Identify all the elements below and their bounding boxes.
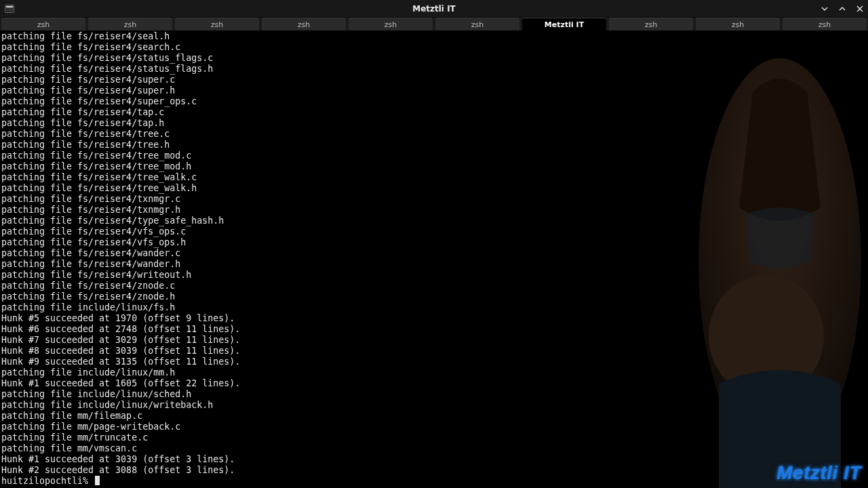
close-button[interactable]: [854, 3, 865, 14]
terminal-line: patching file fs/reiser4/znode.c: [1, 281, 867, 291]
terminal-prompt: huitzilopochtli%: [1, 476, 94, 486]
terminal-line: patching file fs/reiser4/type_safe_hash.…: [1, 216, 867, 226]
terminal-line: patching file fs/reiser4/writeout.h: [1, 270, 867, 281]
terminal-line: patching file fs/reiser4/tree_walk.h: [1, 183, 867, 194]
terminal-line: patching file fs/reiser4/status_flags.c: [1, 53, 867, 64]
terminal-line: patching file mm/page-writeback.c: [1, 422, 867, 432]
terminal-line: patching file include/linux/fs.h: [1, 302, 867, 313]
terminal-line: Hunk #1 succeeded at 3039 (offset 3 line…: [1, 454, 867, 465]
tab-zsh[interactable]: zsh: [435, 18, 519, 30]
titlebar: Metztli IT: [0, 0, 868, 18]
terminal-line: patching file fs/reiser4/znode.h: [1, 291, 867, 302]
terminal-line: Hunk #1 succeeded at 1605 (offset 22 lin…: [1, 378, 867, 389]
terminal-line: patching file fs/reiser4/vfs_ops.c: [1, 226, 867, 237]
terminal-line: patching file mm/vmscan.c: [1, 443, 867, 454]
terminal-line: patching file fs/reiser4/txnmgr.h: [1, 205, 867, 216]
terminal-cursor: [95, 476, 100, 485]
terminal-line: patching file fs/reiser4/tap.c: [1, 107, 867, 118]
terminal-line: patching file fs/reiser4/status_flags.h: [1, 64, 867, 75]
terminal-line: Hunk #7 succeeded at 3029 (offset 11 lin…: [1, 335, 867, 346]
terminal-line: Hunk #2 succeeded at 3088 (offset 3 line…: [1, 465, 867, 476]
tab-zsh[interactable]: zsh: [175, 18, 259, 30]
tab-label: zsh: [732, 20, 744, 29]
terminal-line: patching file fs/reiser4/vfs_ops.h: [1, 237, 867, 248]
tab-active[interactable]: Metztli IT: [522, 18, 606, 30]
terminal-line: patching file fs/reiser4/tree_mod.c: [1, 150, 867, 161]
svg-rect-1: [6, 5, 13, 7]
window-controls: [819, 0, 865, 18]
terminal-app-icon: [4, 4, 15, 14]
terminal-line: patching file include/linux/mm.h: [1, 367, 867, 378]
tab-label: zsh: [211, 20, 223, 29]
terminal-output[interactable]: patching file fs/reiser4/seal.hpatching …: [0, 31, 868, 488]
terminal-line: patching file fs/reiser4/search.c: [1, 42, 867, 53]
terminal-line: Hunk #6 succeeded at 2748 (offset 11 lin…: [1, 324, 867, 335]
terminal-prompt-line[interactable]: huitzilopochtli%: [1, 476, 867, 487]
terminal-line: patching file mm/filemap.c: [1, 411, 867, 422]
tab-zsh[interactable]: zsh: [349, 18, 433, 30]
terminal-line: patching file fs/reiser4/super_ops.c: [1, 96, 867, 107]
tab-label: zsh: [124, 20, 136, 29]
terminal-line: patching file fs/reiser4/tree.c: [1, 129, 867, 140]
terminal-line: patching file include/linux/sched.h: [1, 389, 867, 400]
tab-label: zsh: [818, 20, 831, 29]
terminal-line: patching file fs/reiser4/txnmgr.c: [1, 194, 867, 205]
terminal-line: patching file fs/reiser4/tree_walk.c: [1, 172, 867, 183]
minimize-button[interactable]: [819, 3, 830, 14]
terminal-line: patching file fs/reiser4/tap.h: [1, 118, 867, 129]
tab-label: zsh: [298, 20, 310, 29]
terminal-line: patching file fs/reiser4/tree_mod.h: [1, 161, 867, 172]
tab-zsh[interactable]: zsh: [1, 18, 85, 30]
terminal-line: Hunk #9 succeeded at 3135 (offset 11 lin…: [1, 357, 867, 367]
tab-zsh[interactable]: zsh: [783, 18, 867, 30]
terminal-line: patching file fs/reiser4/super.h: [1, 85, 867, 96]
tab-zsh[interactable]: zsh: [609, 18, 693, 30]
tabstrip: zshzshzshzshzshzshMetztli ITzshzshzsh: [0, 18, 868, 31]
tab-label: zsh: [37, 20, 50, 29]
svg-rect-2: [6, 8, 13, 12]
terminal-line: Hunk #8 succeeded at 3039 (offset 11 lin…: [1, 346, 867, 357]
maximize-button[interactable]: [837, 3, 848, 14]
tab-zsh[interactable]: zsh: [88, 18, 172, 30]
terminal-line: patching file fs/reiser4/tree.h: [1, 140, 867, 150]
tab-label: zsh: [471, 20, 484, 29]
tab-zsh[interactable]: zsh: [696, 18, 780, 30]
terminal-line: patching file fs/reiser4/seal.h: [1, 31, 867, 42]
terminal-line: patching file fs/reiser4/wander.c: [1, 248, 867, 259]
tab-label: zsh: [384, 20, 397, 29]
terminal-line: Hunk #5 succeeded at 1970 (offset 9 line…: [1, 313, 867, 324]
tab-label: Metztli IT: [545, 20, 584, 29]
window-title: Metztli IT: [412, 4, 456, 14]
terminal-line: patching file mm/truncate.c: [1, 432, 867, 443]
tab-zsh[interactable]: zsh: [262, 18, 346, 30]
terminal-line: patching file fs/reiser4/wander.h: [1, 259, 867, 270]
terminal-line: patching file fs/reiser4/super.c: [1, 75, 867, 85]
terminal-line: patching file include/linux/writeback.h: [1, 400, 867, 411]
tab-label: zsh: [645, 20, 657, 29]
